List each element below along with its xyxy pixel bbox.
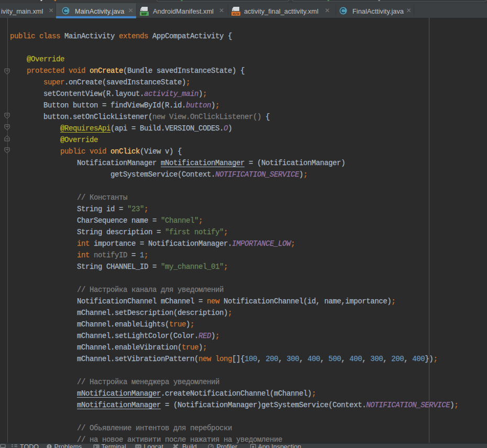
svg-text:MF: MF [141,12,147,16]
svg-text:</>: </> [233,13,239,16]
